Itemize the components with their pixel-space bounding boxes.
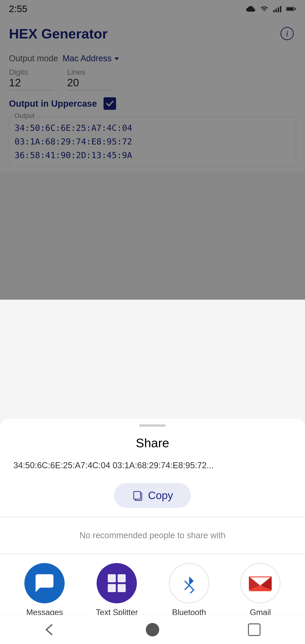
share-preview: 34:50:6C:6E:25:A7:4C:04 03:1A:68:29:74:E… [0, 454, 305, 481]
app-item-text-splitter[interactable]: Text Splitter [96, 563, 138, 617]
copy-button[interactable]: Copy [114, 483, 191, 508]
svg-rect-14 [118, 584, 126, 592]
svg-rect-12 [118, 574, 126, 582]
messages-icon [24, 563, 64, 603]
back-button[interactable] [40, 621, 62, 639]
share-bottom-sheet: Share 34:50:6C:6E:25:A7:4C:04 03:1A:68:2… [0, 419, 305, 644]
copy-icon [132, 490, 144, 501]
recent-button[interactable] [243, 621, 266, 639]
nav-bar [0, 615, 305, 644]
svg-rect-10 [134, 492, 140, 499]
text-splitter-icon [96, 563, 137, 603]
gmail-icon [240, 563, 280, 603]
svg-line-16 [185, 586, 189, 590]
app-item-messages[interactable]: Messages [24, 563, 64, 617]
app-item-bluetooth[interactable]: Bluetooth [169, 563, 209, 617]
copy-label: Copy [148, 489, 173, 502]
bluetooth-icon [169, 563, 209, 603]
divider-2 [0, 554, 305, 554]
drag-handle[interactable] [139, 424, 166, 427]
svg-rect-13 [108, 584, 116, 592]
home-button[interactable] [141, 621, 164, 639]
app-item-gmail[interactable]: Gmail [240, 563, 280, 617]
svg-line-15 [185, 581, 189, 586]
copy-btn-row: Copy [0, 481, 305, 517]
svg-rect-11 [108, 574, 116, 582]
overlay[interactable] [0, 0, 305, 300]
no-recommend-text: No recommended people to share with [0, 517, 305, 554]
svg-rect-17 [249, 576, 272, 577]
share-title: Share [0, 427, 305, 454]
